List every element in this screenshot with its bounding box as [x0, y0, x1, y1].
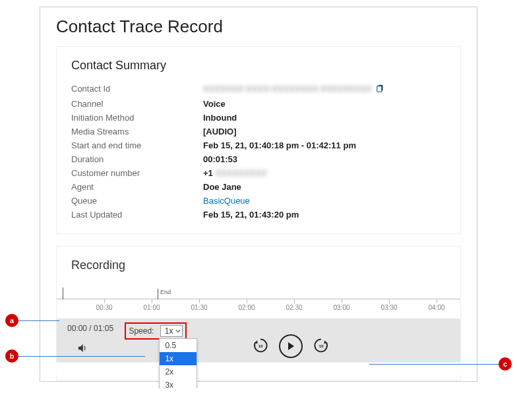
- speed-option[interactable]: 1x: [160, 352, 197, 365]
- timeline-tick: [294, 299, 295, 303]
- timeline-tick-label: 01:30: [191, 304, 207, 311]
- summary-label: Customer number: [71, 168, 203, 178]
- timeline-tick-label: 02:00: [238, 304, 255, 311]
- summary-row: Last UpdatedFeb 15, 21, 01:43:20 pm: [71, 208, 446, 222]
- forward-10-button[interactable]: 10: [312, 336, 330, 357]
- svg-text:10: 10: [258, 344, 262, 348]
- main-panel: Contact Trace Record Contact Summary Con…: [40, 7, 477, 382]
- summary-value: Feb 15, 21, 01:43:20 pm: [203, 210, 299, 220]
- summary-value: Feb 15, 21, 01:40:18 pm - 01:42:11 pm: [203, 140, 356, 150]
- summary-value: Doe Jane: [203, 182, 241, 192]
- play-controls: 10 10: [251, 334, 330, 358]
- timeline-tick: [342, 299, 342, 303]
- summary-row: Initiation MethodInbound: [71, 111, 446, 125]
- summary-value: Voice: [203, 99, 226, 109]
- recording-timeline[interactable]: End 00:3001:0001:3002:0002:3003:0003:300…: [57, 299, 460, 318]
- speed-select[interactable]: 1x: [160, 325, 183, 337]
- speed-control: Speed: 1x 0.51x2x3x: [125, 322, 187, 340]
- recording-card: Recording End 00:3001:0001:3002:0002:300…: [56, 246, 461, 363]
- end-marker: End: [158, 289, 171, 299]
- rewind-10-button[interactable]: 10: [251, 336, 270, 357]
- summary-value: XXXXXXX-XXXX-XXXXXXXX-XXXXXXXXX: [203, 84, 385, 95]
- speed-label: Speed:: [129, 326, 154, 336]
- summary-row: Start and end timeFeb 15, 21, 01:40:18 p…: [71, 138, 446, 152]
- callout-c: c: [499, 357, 512, 371]
- timeline-tick-label: 00:30: [96, 304, 112, 311]
- summary-label: Queue: [71, 196, 203, 206]
- summary-value: 00:01:53: [203, 154, 237, 164]
- timeline-tick: [389, 299, 390, 303]
- timeline-tick-label: 03:00: [333, 304, 350, 311]
- summary-row: QueueBasicQueue: [71, 194, 446, 208]
- page-title: Contact Trace Record: [40, 7, 477, 46]
- summary-label: Media Streams: [71, 127, 203, 136]
- summary-label: Start and end time: [71, 140, 203, 150]
- timeline-tick: [247, 299, 247, 303]
- summary-value: +1 XXXXXXXXX: [203, 168, 266, 178]
- summary-label: Contact Id: [71, 84, 203, 95]
- playhead-marker[interactable]: [63, 287, 63, 299]
- summary-label: Agent: [71, 182, 203, 192]
- summary-value: Inbound: [203, 113, 237, 123]
- play-button[interactable]: [279, 334, 303, 358]
- summary-row: Contact IdXXXXXXX-XXXX-XXXXXXXX-XXXXXXXX…: [71, 82, 446, 97]
- speed-option[interactable]: 3x: [160, 378, 197, 388]
- callout-a-line: [18, 320, 59, 321]
- summary-row: Duration00:01:53: [71, 152, 446, 166]
- timeline-tick: [104, 299, 105, 303]
- summary-row: ChannelVoice: [71, 97, 446, 111]
- speed-option[interactable]: 0.5: [160, 339, 197, 352]
- summary-row: AgentDoe Jane: [71, 180, 446, 194]
- chevron-down-icon: [175, 326, 181, 336]
- summary-row: Media Streams[AUDIO]: [71, 125, 446, 138]
- speed-dropdown: 0.51x2x3x: [159, 338, 197, 388]
- summary-label: Last Updated: [71, 210, 203, 220]
- summary-row: Customer number+1 XXXXXXXXX: [71, 166, 446, 180]
- speed-option[interactable]: 2x: [160, 365, 197, 378]
- svg-rect-1: [377, 86, 382, 92]
- contact-summary-title: Contact Summary: [71, 59, 446, 73]
- summary-label: Channel: [71, 99, 203, 109]
- callout-a: a: [5, 314, 18, 327]
- callout-b-line: [18, 356, 145, 357]
- copy-icon[interactable]: [376, 84, 385, 95]
- recording-title: Recording: [71, 258, 460, 272]
- timeline-tick-label: 02:30: [286, 304, 302, 311]
- timeline-tick-label: 03:30: [380, 304, 397, 311]
- timeline-tick: [152, 299, 152, 303]
- timeline-tick: [199, 299, 200, 303]
- timeline-tick-label: 04:00: [428, 304, 444, 311]
- summary-value[interactable]: BasicQueue: [203, 196, 250, 206]
- summary-label: Duration: [71, 154, 203, 164]
- callout-c-line: [369, 364, 499, 365]
- timeline-tick-label: 01:00: [143, 304, 160, 311]
- contact-summary-card: Contact Summary Contact IdXXXXXXX-XXXX-X…: [56, 46, 461, 234]
- callout-b: b: [5, 349, 18, 363]
- time-readout: 00:00 / 01:05: [63, 322, 117, 334]
- speed-selected-value: 1x: [165, 326, 173, 336]
- timeline-tick: [437, 299, 437, 303]
- summary-label: Initiation Method: [71, 113, 203, 123]
- volume-icon[interactable]: [76, 342, 88, 356]
- svg-text:10: 10: [319, 344, 323, 348]
- summary-value: [AUDIO]: [203, 127, 237, 136]
